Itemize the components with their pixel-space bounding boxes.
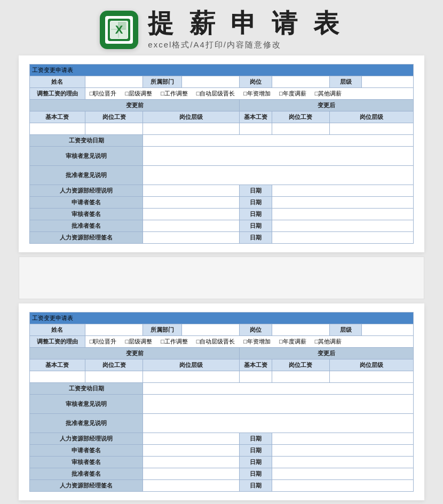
f2-base-before[interactable] [30, 371, 85, 382]
f2-approver-sign-label: 批准者签名 [30, 468, 143, 479]
dept-value[interactable] [181, 76, 240, 87]
f2-before-label: 变更前 [30, 347, 240, 359]
checkbox-work-adjust[interactable]: □工作调整 [161, 90, 188, 98]
checkbox-auto-level[interactable]: □自动层级晋长 [196, 90, 235, 98]
applicant-date[interactable] [272, 196, 413, 208]
name-label: 姓名 [30, 76, 85, 87]
f2-base-after[interactable] [240, 371, 272, 382]
reviewer-row: 审核者意见说明 [30, 146, 414, 165]
f2-checkbox-auto-level[interactable]: □自动层级晋长 [196, 338, 235, 346]
f2-approver-sign-value[interactable] [143, 468, 240, 479]
pos-level-after-val[interactable] [330, 123, 414, 134]
f2-date-label-2: 日期 [240, 444, 272, 456]
f2-reviewer-sign-value[interactable] [143, 456, 240, 468]
approver-date[interactable] [272, 220, 413, 231]
hr-manager-row: 人力资源部经理说明 日期 [30, 185, 414, 196]
f2-applicant-sign-value[interactable] [143, 444, 240, 456]
position-value[interactable] [272, 76, 330, 87]
f2-pos-after[interactable] [272, 371, 330, 382]
checkbox-annual[interactable]: □年度调薪 [279, 90, 306, 98]
pos-salary-before-val[interactable] [85, 123, 143, 134]
excel-icon: X [100, 11, 138, 49]
f2-change-date-label: 工资变动日期 [30, 382, 143, 394]
checkbox-seniority[interactable]: □年资增加 [243, 90, 271, 98]
checkbox-promotion[interactable]: □职位晋升 [90, 90, 117, 98]
basic-info-row: 姓名 所属部门 岗位 层级 [30, 76, 414, 87]
f2-date-label-4: 日期 [240, 468, 272, 479]
f2-after-label: 变更后 [240, 347, 414, 359]
f2-checkbox-other[interactable]: □其他调薪 [315, 338, 342, 346]
date-label-3: 日期 [240, 208, 272, 220]
f2-name-value[interactable] [85, 324, 143, 335]
f2-change-date-value[interactable] [143, 382, 414, 394]
f2-level-after[interactable] [330, 371, 414, 382]
pos-level-before-val[interactable] [143, 123, 240, 134]
col-base-salary-after: 基本工资 [240, 111, 272, 123]
svg-text:X: X [115, 23, 123, 36]
f2-hr-sign-value[interactable] [143, 479, 240, 491]
form2-title-row: 工资变更申请表 [30, 312, 414, 324]
f2-reason-checkboxes[interactable]: □职位晋升 □层级调整 □工作调整 □自动层级晋长 □年资增加 □年度调薪 □其… [85, 335, 413, 347]
col-base-salary-before: 基本工资 [30, 111, 85, 123]
hr-date[interactable] [272, 231, 413, 243]
checkbox-other[interactable]: □其他调薪 [315, 90, 342, 98]
hr-manager-value[interactable] [143, 185, 240, 196]
form-title-1: 工资变更申请表 [32, 67, 73, 73]
applicant-sign-label: 申请者签名 [30, 196, 143, 208]
approver-row: 批准者意见说明 [30, 165, 414, 185]
f2-hr-date[interactable] [272, 479, 413, 491]
reason-checkboxes[interactable]: □职位晋升 □层级调整 □工作调整 □自动层级晋长 □年资增加 □年度调薪 □其… [85, 87, 413, 99]
approver-value[interactable] [143, 165, 414, 185]
name-value[interactable] [85, 76, 143, 87]
change-date-label: 工资变动日期 [30, 134, 143, 146]
reviewer-date[interactable] [272, 208, 413, 220]
col-pos-salary-after: 岗位工资 [272, 111, 330, 123]
f2-date-label-1: 日期 [240, 433, 272, 444]
f2-hr-sign-label: 人力资源部经理签名 [30, 479, 143, 491]
hr-sign-label: 人力资源部经理签名 [30, 231, 143, 243]
approver-sign-label: 批准者签名 [30, 220, 143, 231]
f2-position-value[interactable] [272, 324, 330, 335]
base-salary-after-val[interactable] [240, 123, 272, 134]
applicant-sign-value[interactable] [143, 196, 240, 208]
pos-salary-after-val[interactable] [272, 123, 330, 134]
f2-reviewer-date[interactable] [272, 456, 413, 468]
reason-row: 调整工资的理由 □职位晋升 □层级调整 □工作调整 □自动层级晋长 □年资增加 … [30, 87, 414, 99]
f2-level-before[interactable] [143, 371, 240, 382]
f2-hr-manager-date[interactable] [272, 433, 413, 444]
f2-approver-date[interactable] [272, 468, 413, 479]
salary-form-2: 工资变更申请表 姓名 所属部门 岗位 层级 调整工资的理由 □职位晋升 □层级调… [29, 312, 414, 492]
level-value[interactable] [362, 76, 414, 87]
checkbox-level-adjust[interactable]: □层级调整 [125, 90, 152, 98]
change-section-header: 变更前 变更后 [30, 99, 414, 111]
f2-dept-value[interactable] [181, 324, 240, 335]
f2-col-pos-before: 岗位工资 [85, 359, 143, 371]
f2-checkbox-promotion[interactable]: □职位晋升 [90, 338, 117, 346]
f2-applicant-date[interactable] [272, 444, 413, 456]
f2-salary-data-row [30, 371, 414, 382]
f2-approver-value[interactable] [143, 413, 414, 433]
reviewer-sign-label: 审核者签名 [30, 208, 143, 220]
hr-manager-label: 人力资源部经理说明 [30, 185, 143, 196]
reviewer-value[interactable] [143, 146, 414, 165]
reason-label: 调整工资的理由 [30, 87, 85, 99]
form-title-2: 工资变更申请表 [32, 315, 73, 321]
position-label: 岗位 [240, 76, 272, 87]
reviewer-label: 审核者意见说明 [30, 146, 143, 165]
f2-checkbox-annual[interactable]: □年度调薪 [279, 338, 306, 346]
f2-pos-before[interactable] [85, 371, 143, 382]
date-label-1: 日期 [240, 185, 272, 196]
f2-checkbox-work-adjust[interactable]: □工作调整 [161, 338, 188, 346]
approver-sign-value[interactable] [143, 220, 240, 231]
f2-checkbox-level-adjust[interactable]: □层级调整 [125, 338, 152, 346]
hr-manager-date[interactable] [272, 185, 413, 196]
reviewer-sign-value[interactable] [143, 208, 240, 220]
svg-rect-0 [108, 19, 130, 41]
f2-checkbox-seniority[interactable]: □年资增加 [243, 338, 271, 346]
base-salary-before-val[interactable] [30, 123, 85, 134]
f2-reviewer-value[interactable] [143, 394, 414, 413]
f2-level-value[interactable] [362, 324, 414, 335]
f2-hr-manager-value[interactable] [143, 433, 240, 444]
change-date-value[interactable] [143, 134, 414, 146]
hr-sign-value[interactable] [143, 231, 240, 243]
